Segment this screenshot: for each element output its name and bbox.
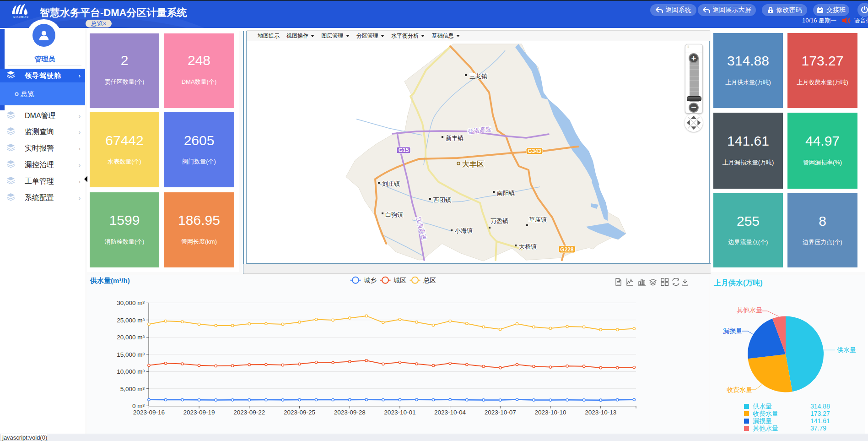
svg-text:草庙镇: 草庙镇 [529,216,547,223]
svg-text:2023-09-22: 2023-09-22 [233,409,265,416]
svg-text:2023-10-10: 2023-10-10 [534,409,566,416]
svg-text:G228: G228 [560,246,574,253]
svg-text:供水量: 供水量 [837,346,856,354]
svg-text:15,000 m³: 15,000 m³ [117,351,145,358]
svg-text:20,000 m³: 20,000 m³ [117,334,145,341]
svg-text:总区: 总区 [423,277,436,284]
svg-text:其他水量: 其他水量 [737,306,762,314]
svg-text:新丰镇: 新丰镇 [446,135,464,142]
svg-text:南阳镇: 南阳镇 [497,190,515,196]
svg-text:0 m³: 0 m³ [132,403,145,409]
svg-text:大桥镇: 大桥镇 [519,243,537,250]
svg-text:西团镇: 西团镇 [433,196,451,203]
svg-text:10,000 m³: 10,000 m³ [117,368,145,375]
svg-text:收费水量: 收费水量 [727,386,752,393]
svg-text:2023-09-28: 2023-09-28 [334,409,366,416]
svg-text:25,000 m³: 25,000 m³ [117,317,145,324]
svg-text:供水量(m³/h): 供水量(m³/h) [90,277,130,284]
svg-text:2023-09-25: 2023-09-25 [284,409,315,416]
svg-text:173.27: 173.27 [810,410,830,417]
svg-text:漏损量: 漏损量 [753,417,772,425]
svg-text:城区: 城区 [393,277,406,284]
svg-text:供水量: 供水量 [753,403,772,410]
svg-text:大丰区: 大丰区 [462,160,484,168]
svg-text:2023-10-07: 2023-10-07 [485,409,516,416]
svg-text:刘庄镇: 刘庄镇 [382,180,400,187]
svg-text:万盈镇: 万盈镇 [491,218,508,224]
svg-text:2023-09-19: 2023-09-19 [183,409,215,416]
svg-text:314.88: 314.88 [810,403,830,410]
svg-text:MIAOMIAO: MIAOMIAO [13,16,29,18]
svg-text:上月供水(万吨): 上月供水(万吨) [713,279,763,287]
svg-text:其他水量: 其他水量 [753,425,778,432]
svg-text:G343: G343 [528,148,541,154]
svg-text:37.79: 37.79 [810,425,826,432]
svg-text:收费水量: 收费水量 [753,410,778,417]
svg-text:2023-10-13: 2023-10-13 [585,409,616,416]
svg-text:漏损量: 漏损量 [723,327,742,334]
svg-text:5,000 m³: 5,000 m³ [120,386,145,392]
svg-text:城乡: 城乡 [363,277,377,284]
svg-text:小海镇: 小海镇 [454,227,473,234]
svg-text:三龙镇: 三龙镇 [469,73,487,80]
svg-text:G15: G15 [399,147,409,153]
svg-text:2023-09-16: 2023-09-16 [133,409,165,416]
svg-text:2023-10-01: 2023-10-01 [384,409,415,416]
svg-text:141.61: 141.61 [810,417,830,425]
svg-text:白驹镇: 白驹镇 [385,211,403,218]
svg-text:30,000 m³: 30,000 m³ [117,299,145,306]
svg-text:2023-10-04: 2023-10-04 [434,409,466,416]
